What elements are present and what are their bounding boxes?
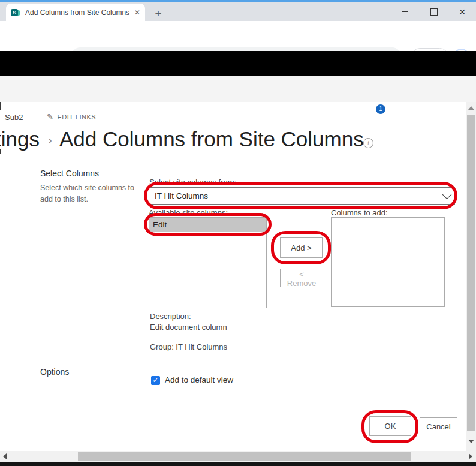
horizontal-scrollbar[interactable] xyxy=(0,451,476,462)
new-tab-button[interactable]: + xyxy=(151,7,165,22)
site-name[interactable]: Sub2 xyxy=(5,113,23,122)
ok-button[interactable]: OK xyxy=(369,416,411,436)
browser-toolbar: ← → ↻ ithitdemo.sharepoint.com/_layouts/… xyxy=(0,21,476,51)
breadcrumb-settings-clipped[interactable]: tings xyxy=(0,127,40,151)
available-columns-label: Available site columns: xyxy=(149,208,228,217)
page-content: Sub2 ✎ EDIT LINKS tings › Add Columns fr… xyxy=(0,102,466,451)
breadcrumb-separator: › xyxy=(48,133,52,147)
vertical-scrollbar-thumb[interactable] xyxy=(467,115,475,431)
window-close-button[interactable]: ✕ xyxy=(448,2,476,22)
group-line: Group: IT Hit Columns xyxy=(150,342,227,351)
info-icon[interactable]: i xyxy=(363,138,373,148)
clipped-content-fragment xyxy=(0,102,1,110)
cancel-button[interactable]: Cancel xyxy=(420,417,457,435)
tab-close-icon[interactable]: ✕ xyxy=(134,8,140,17)
scroll-down-arrow-icon[interactable] xyxy=(468,440,474,443)
remove-button: < Remove xyxy=(280,269,323,287)
scroll-right-arrow-icon[interactable] xyxy=(469,453,472,459)
chevron-down-icon xyxy=(442,190,452,200)
pencil-icon: ✎ xyxy=(47,112,53,121)
source-select-value: IT Hit Columns xyxy=(155,191,208,200)
scroll-left-arrow-icon[interactable] xyxy=(3,453,7,459)
page-title: Add Columns from Site Columns xyxy=(59,127,364,151)
columns-to-add-label: Columns to add: xyxy=(331,208,388,217)
default-view-label: Add to default view xyxy=(165,375,233,384)
sharepoint-favicon-icon: S xyxy=(11,8,20,17)
description-label: Description: xyxy=(150,312,191,321)
suite-bar: SharePoint 1 ? UN xyxy=(0,51,476,76)
tab-title: Add Columns from Site Columns xyxy=(25,8,131,17)
close-icon: ✕ xyxy=(459,8,466,16)
add-button[interactable]: Add > xyxy=(280,237,323,258)
window-minimize-button[interactable] xyxy=(391,2,418,22)
command-row: SHARE ☆ FOLLOW xyxy=(0,76,476,102)
window-maximize-button[interactable] xyxy=(420,2,448,22)
select-columns-help: Select which site columns to add to this… xyxy=(40,182,148,206)
site-columns-source-select[interactable]: IT Hit Columns xyxy=(149,187,455,205)
list-item-edit-selected[interactable]: Edit xyxy=(149,218,266,232)
description-value: Edit document column xyxy=(150,323,227,332)
available-columns-listbox[interactable]: Edit xyxy=(149,217,267,308)
maximize-icon xyxy=(430,8,438,16)
notification-badge: 1 xyxy=(376,104,385,114)
tab-strip: S Add Columns from Site Columns ✕ + ✕ xyxy=(0,2,476,21)
minimize-icon xyxy=(402,11,408,12)
vertical-scrollbar[interactable] xyxy=(466,102,476,451)
select-columns-heading: Select Columns xyxy=(40,169,99,178)
default-view-checkbox[interactable]: ✓ xyxy=(151,376,160,385)
window-bottom-edge xyxy=(0,462,476,466)
source-select-label: Select site columns from: xyxy=(149,178,236,187)
options-heading: Options xyxy=(40,367,69,377)
edit-links-button[interactable]: ✎ EDIT LINKS xyxy=(47,112,96,121)
columns-to-add-listbox[interactable] xyxy=(331,217,445,307)
edit-links-label: EDIT LINKS xyxy=(57,113,96,121)
horizontal-scrollbar-thumb[interactable] xyxy=(78,452,411,461)
breadcrumb: tings › Add Columns from Site Columns i xyxy=(0,125,466,158)
scroll-up-arrow-icon[interactable] xyxy=(468,106,474,110)
browser-tab[interactable]: S Add Columns from Site Columns ✕ xyxy=(6,4,145,21)
